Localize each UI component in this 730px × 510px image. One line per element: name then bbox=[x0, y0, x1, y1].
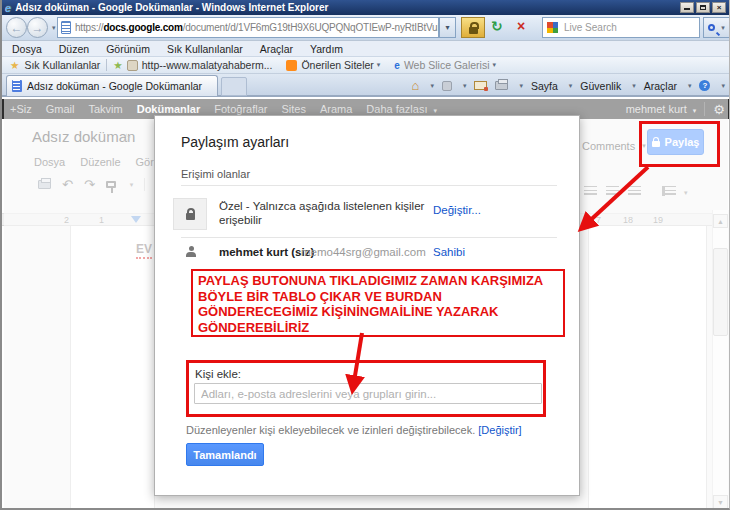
sharing-settings-dialog: Paylaşım ayarları Erişimi olanlar Özel -… bbox=[154, 115, 580, 496]
tab-adsiz-dokuman[interactable]: Adsız doküman - Google Dokümanlar bbox=[6, 75, 218, 96]
search-button[interactable]: ▾ bbox=[703, 17, 730, 38]
chevron-down-icon[interactable]: ▾ bbox=[492, 61, 496, 69]
owner-email: memo44srg@gmail.com bbox=[301, 246, 426, 258]
google-docs-favicon bbox=[12, 80, 22, 92]
docs-toolbar: ↶ ↷ ▾ No bbox=[38, 178, 170, 191]
print-icon[interactable] bbox=[495, 81, 508, 90]
indent-marker-icon[interactable] bbox=[131, 216, 141, 223]
annotation-share-outline bbox=[639, 121, 720, 167]
tab-bar: Adsız doküman - Google Dokümanlar ⌂▾ ▾ ▾… bbox=[2, 74, 729, 97]
gbar-daha-fazlasi[interactable]: Daha fazlası ▾ bbox=[366, 103, 437, 115]
chevron-down-icon: ▾ bbox=[434, 107, 438, 114]
document-title[interactable]: Adsız doküman bbox=[32, 128, 135, 145]
favorites-star-icon[interactable]: ★ bbox=[10, 59, 19, 71]
chevron-down-icon: ▾ bbox=[721, 24, 725, 32]
live-search-box[interactable] bbox=[542, 17, 700, 38]
owner-name: mehmet kurt (siz) bbox=[219, 246, 314, 258]
private-iconbox bbox=[173, 198, 207, 230]
tools-menu[interactable]: Araçlar bbox=[644, 80, 677, 92]
star-favorite-icon[interactable]: ☆ bbox=[121, 131, 132, 145]
paint-format-icon[interactable] bbox=[106, 181, 116, 188]
address-field[interactable]: https://docs.google.com/document/d/1VF6m… bbox=[57, 17, 439, 38]
menu-araclar[interactable]: Araçlar bbox=[260, 43, 293, 55]
gear-icon[interactable]: ⚙ bbox=[713, 103, 725, 116]
line-spacing-icon[interactable] bbox=[662, 186, 676, 196]
scrollbar-thumb[interactable] bbox=[713, 248, 728, 336]
gbar-fotograflar[interactable]: Fotoğraflar bbox=[214, 103, 267, 115]
minimize-button[interactable] bbox=[680, 2, 694, 13]
scroll-down-button[interactable]: ▼ bbox=[713, 495, 728, 509]
undo-icon[interactable]: ↶ bbox=[62, 178, 73, 191]
web-slice-icon: e bbox=[394, 60, 400, 71]
align-justify-icon[interactable] bbox=[628, 186, 641, 196]
docs-menu-duzenle[interactable]: Düzenle bbox=[80, 156, 120, 168]
gbar-takvim[interactable]: Takvim bbox=[88, 103, 122, 115]
gbar-plus-you[interactable]: +Siz bbox=[10, 103, 32, 115]
chevron-down-icon[interactable]: ▾ bbox=[463, 82, 467, 90]
gbar-gmail[interactable]: Gmail bbox=[46, 103, 75, 115]
gbar-dokumanlar[interactable]: Dokümanlar bbox=[137, 103, 201, 115]
minimize-icon bbox=[684, 5, 690, 10]
annotation-line: GÖNDERECEGİMİZ KİŞİNİNGMAİLİNE YAZARAK bbox=[198, 304, 558, 320]
chevron-down-icon[interactable]: ▾ bbox=[519, 82, 523, 90]
chevron-down-icon[interactable]: ▾ bbox=[377, 61, 381, 69]
document-paper-right bbox=[588, 225, 707, 510]
back-button[interactable]: ← bbox=[6, 17, 27, 38]
menu-sik-kullanilanlar[interactable]: Sık Kullanılanlar bbox=[167, 43, 243, 55]
search-icon bbox=[708, 24, 715, 31]
done-button[interactable]: Tamamlandı bbox=[186, 443, 264, 466]
chevron-down-icon: ▾ bbox=[632, 82, 636, 90]
suggested-sites-link[interactable]: Önerilen Siteler bbox=[301, 59, 373, 71]
annotation-text-box: PAYLAŞ BUTONUNA TIKLADIGIMIZ ZAMAN KARŞI… bbox=[191, 269, 565, 337]
divider bbox=[181, 185, 557, 186]
refresh-icon[interactable]: ↻ bbox=[491, 18, 503, 34]
page-menu[interactable]: Sayfa bbox=[531, 80, 558, 92]
chevron-down-icon: ▾ bbox=[688, 82, 692, 90]
web-slice-gallery-link[interactable]: Web Slice Galerisi bbox=[404, 59, 490, 71]
align-center-icon[interactable] bbox=[606, 186, 619, 196]
stop-icon[interactable]: × bbox=[517, 18, 525, 34]
scroll-up-button[interactable]: ▲ bbox=[713, 214, 728, 228]
owner-iconbox bbox=[181, 244, 201, 257]
security-menu[interactable]: Güvenlik bbox=[580, 80, 621, 92]
add-favorite-icon[interactable]: ★ bbox=[113, 59, 122, 71]
gbar-arama[interactable]: Arama bbox=[320, 103, 352, 115]
menu-duzen[interactable]: Düzen bbox=[59, 43, 89, 55]
account-name[interactable]: mehmet kurt ▾ bbox=[626, 103, 697, 115]
change-access-link[interactable]: Değiştir... bbox=[433, 204, 481, 216]
ruler-number: 2 bbox=[64, 215, 69, 225]
new-tab-stub[interactable] bbox=[221, 77, 247, 96]
access-description-line2: erişebilir bbox=[219, 214, 262, 226]
print-icon[interactable] bbox=[38, 180, 51, 189]
ruler-number: 19 bbox=[653, 215, 663, 225]
docs-menu-dosya[interactable]: Dosya bbox=[34, 156, 65, 168]
who-has-access-label: Erişimi olanlar bbox=[181, 168, 250, 180]
restore-button[interactable] bbox=[696, 2, 710, 13]
favorites-label[interactable]: Sık Kullanılanlar bbox=[24, 59, 100, 71]
address-dropdown-button[interactable]: ▾ bbox=[439, 17, 456, 38]
footer-change-link[interactable]: [Değiştir] bbox=[478, 424, 521, 436]
close-button[interactable]: × bbox=[712, 2, 726, 13]
favorite-site-link[interactable]: http--www.malatyahaberm... bbox=[142, 59, 273, 71]
menu-dosya[interactable]: Dosya bbox=[12, 43, 42, 55]
forward-button[interactable]: → bbox=[27, 17, 48, 38]
align-left-icon[interactable] bbox=[584, 186, 597, 196]
chevron-down-icon[interactable]: ▾ bbox=[430, 82, 434, 90]
annotation-line: GÖNDEREBİLİRİZ bbox=[198, 320, 558, 336]
chevron-down-icon: ▾ bbox=[693, 107, 697, 114]
ssl-lock-button[interactable] bbox=[461, 17, 485, 38]
redo-icon[interactable]: ↷ bbox=[84, 178, 95, 191]
help-icon[interactable]: ? bbox=[699, 80, 710, 91]
dialog-footer-note: Düzenleyenler kişi ekleyebilecek ve izin… bbox=[186, 424, 522, 436]
menu-yardim[interactable]: Yardım bbox=[310, 43, 343, 55]
history-chevron-icon[interactable]: ▾ bbox=[52, 24, 56, 32]
rss-icon[interactable] bbox=[442, 81, 452, 91]
search-input[interactable] bbox=[562, 21, 695, 34]
document-paper-left bbox=[70, 225, 155, 510]
home-icon[interactable]: ⌂ bbox=[412, 79, 420, 92]
browser-window: e Adsız doküman - Google Dokümanlar - Wi… bbox=[0, 0, 730, 510]
comments-button[interactable]: Comments▾ bbox=[582, 140, 646, 152]
gbar-sites[interactable]: Sites bbox=[281, 103, 305, 115]
mail-icon[interactable] bbox=[474, 81, 487, 90]
menu-gorunum[interactable]: Görünüm bbox=[106, 43, 150, 55]
